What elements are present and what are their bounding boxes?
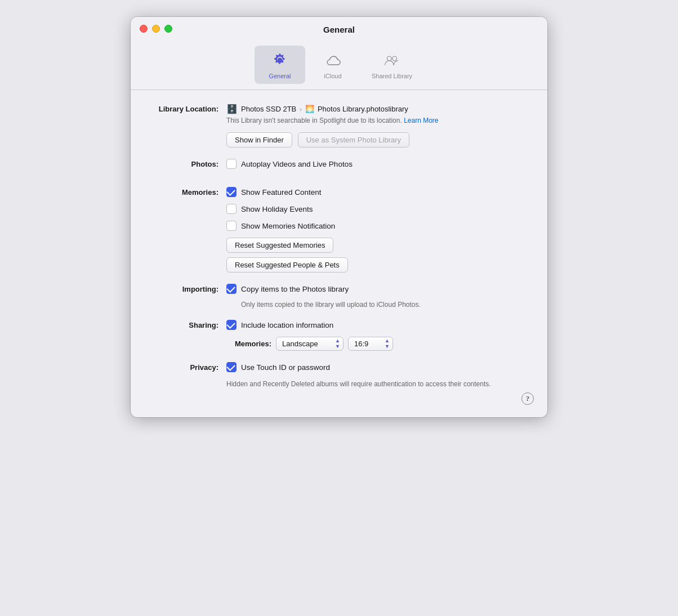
drive-name: Photos SSD 2TB [241,105,296,113]
learn-more-link[interactable]: Learn More [404,117,438,124]
photos-icon: 🌅 [305,105,314,113]
svg-point-1 [392,56,397,61]
tab-icloud[interactable]: iCloud [307,46,358,84]
spotlight-warning: This Library isn't searchable in Spotlig… [226,117,525,124]
sharing-content: Include location information Memories: L… [226,320,525,351]
memories-content: Show Featured Content Show Holiday Event… [226,187,525,273]
library-name: Photos Library.photoslibrary [318,105,408,113]
show-holiday-row: Show Holiday Events [226,204,525,214]
svg-point-0 [387,56,391,61]
touch-id-subtext: Hidden and Recently Deleted albums will … [226,379,497,389]
show-in-finder-button[interactable]: Show in Finder [226,132,292,148]
copy-items-subtext: Only items copied to the library will up… [241,301,525,309]
title-bar: General [131,17,547,41]
library-location-label: Library Location: [153,104,226,113]
tab-general[interactable]: General [255,46,305,84]
sharing-memories-label: Memories: [226,340,271,348]
orientation-select-wrapper: Landscape Portrait Square ▲ ▼ [276,337,344,351]
orientation-select[interactable]: Landscape Portrait Square [276,337,344,351]
location-label: Include location information [241,321,333,329]
photos-label: Photos: [153,159,226,168]
show-featured-label: Show Featured Content [241,188,322,197]
copy-items-row: Copy items to the Photos library [226,284,525,294]
toolbar: General iCloud Shared Library [131,41,547,84]
autoplay-label: Autoplay Videos and Live Photos [241,160,353,168]
tab-icloud-label: iCloud [324,73,341,79]
help-button[interactable]: ? [521,392,534,405]
touch-id-checkbox[interactable] [226,362,237,372]
autoplay-checkbox[interactable] [226,159,237,169]
autoplay-row: Autoplay Videos and Live Photos [226,159,525,169]
ratio-select[interactable]: 16:9 4:3 1:1 [348,337,393,351]
tab-shared-library-label: Shared Library [372,73,412,79]
show-notif-label: Show Memories Notification [241,222,335,230]
drive-icon: 🗄️ [226,104,238,114]
photos-content: Autoplay Videos and Live Photos [226,159,525,176]
privacy-label: Privacy: [153,362,226,372]
touch-id-row: Use Touch ID or password [226,362,525,372]
touch-id-label: Use Touch ID or password [241,363,330,372]
show-holiday-checkbox[interactable] [226,204,237,214]
library-path: 🗄️ Photos SSD 2TB › 🌅 Photos Library.pho… [226,104,525,114]
importing-row: Importing: Copy items to the Photos libr… [153,284,525,309]
library-buttons: Show in Finder Use as System Photo Libra… [226,132,525,148]
photos-row: Photos: Autoplay Videos and Live Photos [153,159,525,176]
sharing-memories-row: Memories: Landscape Portrait Square ▲ ▼ [226,337,525,351]
importing-label: Importing: [153,284,226,293]
memories-row: Memories: Show Featured Content Show Hol… [153,187,525,273]
copy-items-checkbox[interactable] [226,284,237,294]
library-location-row: Library Location: 🗄️ Photos SSD 2TB › 🌅 … [153,104,525,148]
content-area: Library Location: 🗄️ Photos SSD 2TB › 🌅 … [131,90,547,417]
tab-general-label: General [269,73,291,79]
privacy-content: Use Touch ID or password Hidden and Rece… [226,362,525,389]
close-button[interactable] [140,25,148,33]
ratio-select-wrapper: 16:9 4:3 1:1 ▲ ▼ [348,337,393,351]
icloud-icon [323,50,343,70]
show-featured-row: Show Featured Content [226,187,525,197]
importing-content: Copy items to the Photos library Only it… [226,284,525,309]
preferences-window: General General iCloud [131,17,547,417]
copy-items-label: Copy items to the Photos library [241,285,349,293]
sharing-label: Sharing: [153,320,226,329]
reset-memories-button[interactable]: Reset Suggested Memories [226,238,333,253]
show-notif-row: Show Memories Notification [226,221,525,231]
location-checkbox[interactable] [226,320,237,330]
shared-library-icon [382,50,402,70]
location-row: Include location information [226,320,525,330]
minimize-button[interactable] [152,25,160,33]
privacy-row: Privacy: Use Touch ID or password Hidden… [153,362,525,389]
library-location-content: 🗄️ Photos SSD 2TB › 🌅 Photos Library.pho… [226,104,525,148]
show-notif-checkbox[interactable] [226,221,237,231]
window-title: General [140,25,538,41]
gear-icon [270,50,290,70]
sharing-row: Sharing: Include location information Me… [153,320,525,351]
reset-people-button[interactable]: Reset Suggested People & Pets [226,257,348,273]
show-featured-checkbox[interactable] [226,187,237,197]
memories-buttons: Reset Suggested Memories Reset Suggested… [226,238,525,273]
tab-shared-library[interactable]: Shared Library [360,46,423,84]
traffic-lights [140,25,172,33]
path-chevron: › [300,106,302,113]
use-as-system-button[interactable]: Use as System Photo Library [298,132,409,148]
memories-label: Memories: [153,187,226,197]
maximize-button[interactable] [164,25,172,33]
show-holiday-label: Show Holiday Events [241,205,313,213]
